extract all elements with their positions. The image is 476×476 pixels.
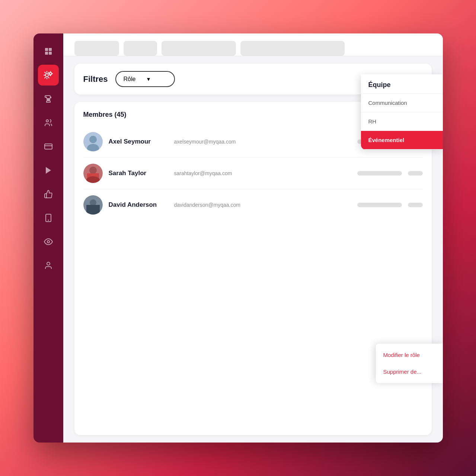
- role-select[interactable]: Rôle ▾: [115, 71, 175, 87]
- dropdown-overlay: Équipe Communication RH Événementiel: [361, 74, 443, 149]
- dropdown-item-rh[interactable]: RH: [361, 112, 443, 131]
- context-menu: Modifier le rôle Supprimer de...: [376, 344, 443, 383]
- header-tab-3[interactable]: [162, 41, 236, 56]
- chevron-down-icon: ▾: [147, 75, 167, 83]
- dropdown-item-communication[interactable]: Communication: [361, 94, 443, 112]
- header-tab-2[interactable]: [124, 41, 157, 56]
- dropdown-item-evenementiel[interactable]: Événementiel: [361, 131, 443, 149]
- sidebar-item-grid[interactable]: [38, 41, 59, 62]
- svg-point-6: [46, 120, 48, 122]
- table-row: David Anderson davidanderson@myqaa.com: [83, 189, 423, 221]
- svg-point-13: [47, 262, 50, 265]
- members-section: Membres (45) Axel Seymour axelseymour@my…: [74, 102, 432, 435]
- sidebar-item-card[interactable]: [38, 136, 59, 157]
- filter-label: Filtres: [83, 74, 108, 84]
- svg-rect-0: [45, 48, 48, 51]
- member-action-sarah: [408, 171, 423, 176]
- member-name-axel: Axel Seymour: [109, 138, 168, 145]
- sidebar-item-settings[interactable]: [38, 65, 59, 86]
- svg-marker-9: [46, 167, 51, 174]
- svg-rect-3: [49, 52, 52, 55]
- sidebar: [33, 33, 63, 443]
- sidebar-item-team[interactable]: [38, 112, 59, 133]
- context-menu-modify-role[interactable]: Modifier le rôle: [376, 347, 443, 363]
- avatar-axel: [83, 132, 103, 151]
- sidebar-item-thumb[interactable]: [38, 184, 59, 205]
- member-role-bar-sarah: [357, 171, 402, 176]
- svg-point-4: [45, 74, 48, 77]
- dropdown-title: Équipe: [361, 74, 443, 94]
- member-role-bar-david: [357, 203, 402, 207]
- svg-rect-2: [45, 52, 48, 55]
- app-container: Filtres Rôle ▾ Membres (45) Axel Seymour: [33, 33, 443, 443]
- member-email-david: davidanderson@myqaa.com: [174, 202, 351, 208]
- member-name-sarah: Sarah Taylor: [109, 170, 168, 177]
- dropdown-item-label: Événementiel: [368, 137, 405, 143]
- svg-rect-1: [49, 48, 52, 51]
- main-content: Filtres Rôle ▾ Membres (45) Axel Seymour: [63, 33, 443, 443]
- sidebar-item-eye[interactable]: [38, 231, 59, 252]
- member-action-david: [408, 203, 423, 207]
- context-menu-remove[interactable]: Supprimer de...: [376, 363, 443, 380]
- svg-point-15: [89, 136, 97, 143]
- avatar-david: [83, 195, 103, 215]
- table-row: Sarah Taylor sarahtaylor@myqaa.com: [83, 158, 423, 189]
- svg-point-18: [89, 167, 97, 174]
- sidebar-item-user[interactable]: [38, 255, 59, 276]
- dropdown-item-label: Communication: [368, 100, 407, 106]
- header-tab-4[interactable]: [240, 41, 345, 56]
- avatar-sarah: [83, 164, 103, 183]
- member-email-sarah: sarahtaylor@myqaa.com: [174, 170, 351, 176]
- dropdown-item-label: RH: [368, 118, 377, 125]
- svg-point-12: [47, 241, 49, 243]
- header-tab-1[interactable]: [74, 41, 119, 56]
- member-name-david: David Anderson: [109, 201, 168, 209]
- sidebar-item-puzzle[interactable]: [38, 89, 59, 109]
- role-select-label: Rôle: [124, 76, 143, 83]
- svg-rect-7: [45, 144, 52, 149]
- context-menu-item-label: Modifier le rôle: [383, 352, 420, 358]
- sidebar-item-play[interactable]: [38, 160, 59, 181]
- sidebar-item-mobile[interactable]: [38, 208, 59, 228]
- header-tabs: [63, 33, 443, 56]
- context-menu-item-label: Supprimer de...: [383, 369, 422, 375]
- member-email-axel: axelseymour@myqaa.com: [174, 139, 351, 145]
